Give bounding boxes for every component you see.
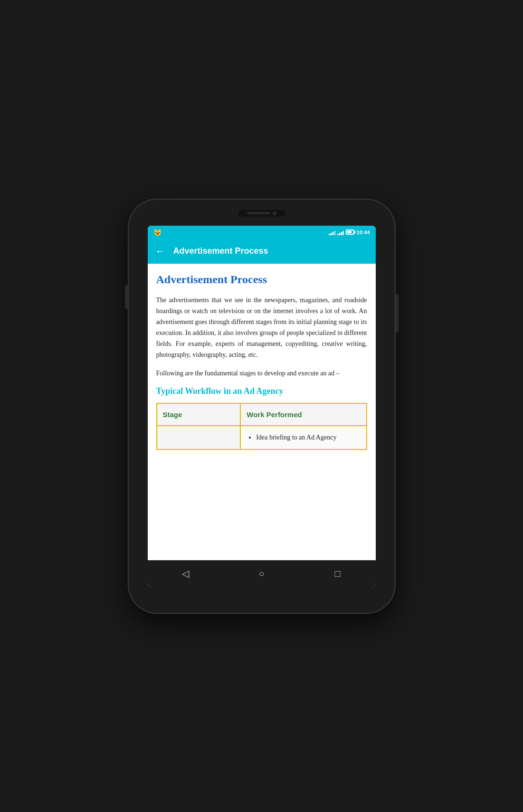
signal-icon-filled	[337, 229, 344, 235]
app-toolbar: ← Advertisement Process	[148, 239, 376, 264]
speaker-grill	[247, 212, 270, 214]
nav-back-button[interactable]: ◁	[174, 562, 198, 585]
page-title: Advertisement Process	[156, 273, 367, 286]
phone-device: 🐱 10:44	[129, 200, 395, 613]
table-header-row: Stage Work Performed	[157, 403, 367, 426]
content-area: Advertisement Process The advertisements…	[148, 264, 376, 560]
stage-cell	[157, 426, 241, 449]
work-cell: Idea briefing to an Ad Agency	[240, 426, 366, 449]
col-work-header: Work Performed	[240, 403, 366, 426]
status-bar-left: 🐱	[153, 229, 162, 236]
col-stage-header: Stage	[157, 403, 241, 426]
battery-icon	[346, 229, 354, 235]
phone-screen: 🐱 10:44	[148, 226, 376, 587]
phone-top-bezel	[238, 210, 285, 217]
nav-bar: ◁ ○ □	[148, 560, 376, 587]
nav-home-button[interactable]: ○	[250, 562, 274, 585]
body-paragraph-1: The advertisements that we see in the ne…	[156, 295, 367, 361]
status-bar: 🐱 10:44	[148, 226, 376, 239]
signal-icon-outline	[329, 229, 335, 235]
table-row: Idea briefing to an Ad Agency	[157, 426, 367, 449]
workflow-table: Stage Work Performed Idea briefing to an…	[156, 403, 367, 450]
nav-recents-button[interactable]: □	[326, 562, 350, 585]
list-item: Idea briefing to an Ad Agency	[256, 432, 360, 443]
toolbar-title: Advertisement Process	[173, 246, 268, 256]
battery-fill	[347, 231, 351, 233]
front-camera	[273, 211, 276, 215]
back-button[interactable]: ←	[155, 245, 166, 258]
status-time: 10:44	[356, 229, 370, 235]
notification-icon: 🐱	[153, 229, 162, 236]
body-paragraph-2: Following are the fundamental stages to …	[156, 368, 367, 379]
work-list: Idea briefing to an Ad Agency	[247, 432, 360, 443]
status-bar-right: 10:44	[329, 229, 370, 235]
section-heading: Typical Workflow in an Ad Agency	[156, 386, 367, 396]
